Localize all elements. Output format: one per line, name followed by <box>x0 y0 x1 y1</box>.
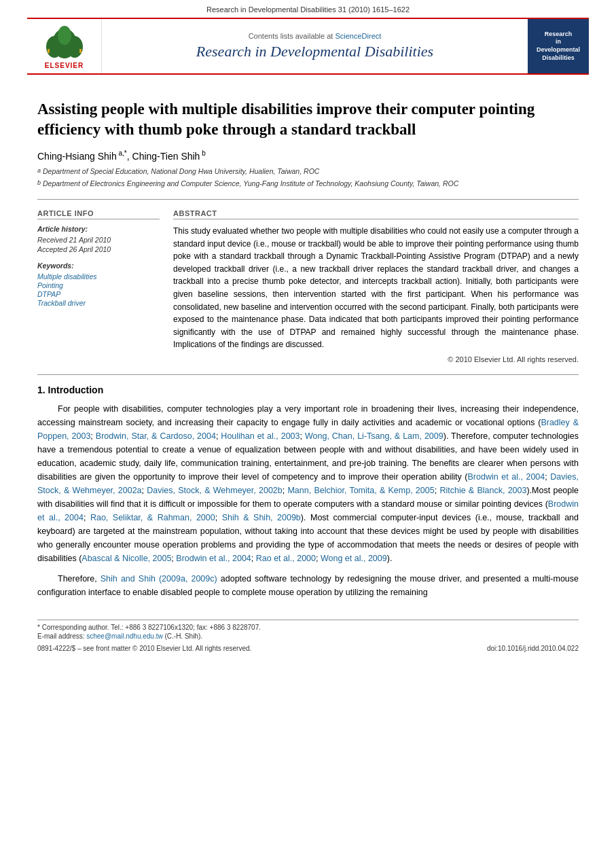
elsevier-text: ELSEVIER <box>45 62 84 69</box>
ref-rao-2000[interactable]: Rao, Seliktar, & Rahman, 2000 <box>90 513 215 522</box>
affiliation-b: b Department of Electronics Engineering … <box>37 179 579 190</box>
abstract-text: This study evaluated whether two people … <box>173 225 579 351</box>
email-link[interactable]: schee@mail.ndhu.edu.tw <box>86 632 162 640</box>
elsevier-logo: ELSEVIER <box>27 19 102 73</box>
banner-right-title: ResearchinDevelopmentalDisabilities <box>537 31 580 62</box>
ref-ritchie[interactable]: Ritchie & Blanck, 2003 <box>439 486 526 495</box>
journal-citation: Research in Developmental Disabilities 3… <box>206 5 410 14</box>
keyword-4: Trackball driver <box>37 299 160 307</box>
svg-rect-5 <box>48 49 50 53</box>
journal-banner: ELSEVIER Contents lists available at Sci… <box>27 18 589 75</box>
abstract-col: ABSTRACT This study evaluated whether tw… <box>173 209 579 363</box>
journal-header: Research in Developmental Disabilities 3… <box>0 0 616 18</box>
footer-bottom: 0891-4222/$ – see front matter © 2010 El… <box>0 641 616 658</box>
abstract-header: ABSTRACT <box>173 209 579 219</box>
article-info-col: ARTICLE INFO Article history: Received 2… <box>37 209 160 363</box>
affiliations: a Department of Special Education, Natio… <box>37 166 579 190</box>
ref-houlihan[interactable]: Houlihan et al., 2003 <box>221 431 300 441</box>
sciencedirect-link[interactable]: ScienceDirect <box>335 32 381 40</box>
ref-shih-2009b[interactable]: Shih & Shih, 2009b <box>222 513 301 522</box>
ref-wong-2009[interactable]: Wong, Chan, Li-Tsang, & Lam, 2009 <box>305 431 443 441</box>
footer-doi: doi:10.1016/j.ridd.2010.04.022 <box>487 645 579 652</box>
sciencedirect-line: Contents lists available at ScienceDirec… <box>249 32 382 40</box>
intro-paragraph-2: Therefore, Shih and Shih (2009a, 2009c) … <box>37 572 579 599</box>
ref-brodwin-op[interactable]: Brodwin et al., 2004 <box>468 472 545 482</box>
author-name-1: Ching-Hsiang Shih <box>37 150 117 161</box>
banner-center: Contents lists available at ScienceDirec… <box>102 19 528 73</box>
footnote-email: E-mail address: schee@mail.ndhu.edu.tw (… <box>37 632 579 640</box>
two-col-section: ARTICLE INFO Article history: Received 2… <box>37 209 579 363</box>
divider-2 <box>37 374 579 375</box>
keyword-2: Pointing <box>37 281 160 289</box>
intro-heading: 1. Introduction <box>37 384 579 395</box>
page-container: Research in Developmental Disabilities 3… <box>0 0 616 841</box>
ref-wong-2009b[interactable]: Wong et al., 2009 <box>321 554 387 563</box>
elsevier-tree-icon <box>41 23 88 60</box>
article-info-header: ARTICLE INFO <box>37 209 160 219</box>
journal-title: Research in Developmental Disabilities <box>196 43 433 60</box>
keywords-section: Keywords: Multiple disabilities Pointing… <box>37 262 160 307</box>
author-sup-1: a,* <box>117 149 127 157</box>
ref-mann[interactable]: Mann, Belchior, Tomita, & Kemp, 2005 <box>287 486 434 495</box>
svg-rect-6 <box>79 49 81 53</box>
svg-point-4 <box>58 26 71 45</box>
footnote-corresponding: * Corresponding author. Tel.: +886 3 822… <box>37 624 579 631</box>
affiliation-a: a Department of Special Education, Natio… <box>37 166 579 177</box>
article-title: Assisting people with multiple disabilit… <box>37 99 579 140</box>
abstract-copyright: © 2010 Elsevier Ltd. All rights reserved… <box>173 355 579 363</box>
intro-paragraph-1: For people with disabilities, computer t… <box>37 402 579 565</box>
keyword-3: DTPAP <box>37 290 160 298</box>
keyword-1: Multiple disabilities <box>37 272 160 281</box>
footer-issn: 0891-4222/$ – see front matter © 2010 El… <box>37 645 251 652</box>
ref-brodwin-2004b[interactable]: Brodwin et al., 2004 <box>176 554 251 563</box>
author-sup-2: b <box>200 149 205 157</box>
ref-abascal[interactable]: Abascal & Nicolle, 2005 <box>81 554 171 563</box>
ref-rao-2000b[interactable]: Rao et al., 2000 <box>256 554 316 563</box>
history-label: Article history: <box>37 225 160 233</box>
banner-right-box: ResearchinDevelopmentalDisabilities <box>528 19 589 73</box>
keywords-label: Keywords: <box>37 262 160 270</box>
main-content: Assisting people with multiple disabilit… <box>0 75 616 613</box>
ref-davies-2002b[interactable]: Davies, Stock, & Wehmeyer, 2002b <box>147 486 282 495</box>
divider-1 <box>37 199 579 200</box>
ref-brodwin-2004[interactable]: Brodwin, Star, & Cardoso, 2004 <box>96 431 216 441</box>
ref-shih-shih[interactable]: Shih and Shih (2009a, 2009c) <box>101 574 217 584</box>
author-name-2: Ching-Tien Shih <box>132 150 200 161</box>
footnote-section: * Corresponding author. Tel.: +886 3 822… <box>37 620 579 640</box>
accepted-date: Accepted 26 April 2010 <box>37 245 160 253</box>
received-date: Received 21 April 2010 <box>37 236 160 244</box>
authors-line: Ching-Hsiang Shih a,*, Ching-Tien Shih b <box>37 149 579 162</box>
